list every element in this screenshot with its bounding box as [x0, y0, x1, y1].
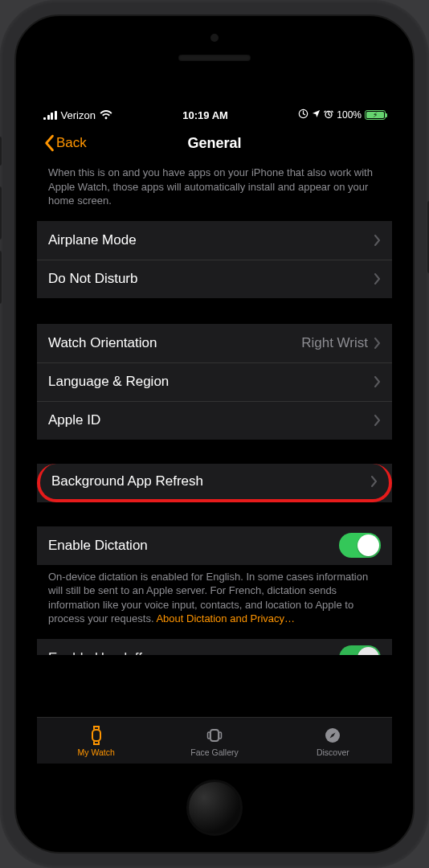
row-detail: Right Wrist	[301, 335, 368, 351]
enable-handoff-toggle[interactable]	[339, 645, 381, 655]
mute-switch	[0, 137, 2, 166]
earpiece-speaker	[178, 55, 251, 61]
chevron-right-icon	[374, 376, 381, 387]
cell-signal-icon	[43, 111, 57, 120]
watch-icon	[88, 725, 104, 746]
settings-group: Watch Orientation Right Wrist Language &…	[37, 324, 392, 440]
settings-group: Enable Dictation	[37, 526, 392, 565]
battery-percent: 100%	[337, 109, 362, 121]
volume-down-button	[0, 251, 2, 304]
enable-handoff-row: Enable Handoff	[37, 639, 392, 655]
row-label: Language & Region	[48, 374, 374, 390]
chevron-right-icon	[374, 273, 381, 285]
row-label: Background App Refresh	[51, 473, 371, 489]
row-label: Enable Handoff	[48, 650, 339, 655]
chevron-right-icon	[374, 415, 381, 426]
airplane-mode-row[interactable]: Airplane Mode	[37, 221, 392, 260]
svg-rect-3	[210, 730, 219, 741]
carrier-label: Verizon	[61, 109, 96, 121]
settings-group: Enable Handoff	[37, 639, 392, 655]
chevron-left-icon	[43, 134, 55, 152]
charging-bolt-icon: ⚡︎	[373, 112, 378, 119]
enable-dictation-toggle[interactable]	[339, 533, 381, 558]
row-label: Watch Orientation	[48, 335, 301, 351]
row-label: Airplane Mode	[48, 232, 374, 248]
location-icon	[312, 109, 321, 121]
status-time: 10:19 AM	[182, 109, 228, 121]
nav-bar: Back General	[37, 125, 392, 161]
tab-label: My Watch	[78, 747, 115, 757]
face-gallery-icon	[206, 725, 223, 746]
tab-bar: My Watch Face Gallery Discover	[37, 717, 392, 764]
chevron-right-icon	[371, 476, 378, 487]
wifi-icon	[100, 110, 112, 120]
row-label: Enable Dictation	[48, 538, 339, 554]
settings-content[interactable]: When this is on and you have apps on you…	[37, 161, 392, 717]
home-button[interactable]	[186, 780, 243, 836]
tab-label: Discover	[317, 747, 349, 757]
background-app-refresh-row[interactable]: Background App Refresh	[37, 464, 392, 502]
tab-my-watch[interactable]: My Watch	[37, 718, 155, 764]
dictation-footer: On-device dictation is enabled for Engli…	[37, 565, 392, 639]
apple-id-row[interactable]: Apple ID	[37, 401, 392, 440]
dictation-privacy-link[interactable]: About Dictation and Privacy…	[156, 612, 295, 624]
settings-group: Airplane Mode Do Not Disturb	[37, 221, 392, 298]
compass-icon	[324, 725, 341, 746]
front-camera	[210, 34, 219, 42]
chevron-right-icon	[374, 338, 381, 349]
enable-dictation-row: Enable Dictation	[37, 526, 392, 565]
page-title: General	[37, 135, 392, 152]
tab-discover[interactable]: Discover	[274, 718, 392, 764]
svg-rect-5	[219, 732, 221, 739]
phone-frame: Verizon 10:19 AM 100%	[0, 0, 429, 868]
settings-group: Background App Refresh	[37, 464, 392, 502]
screen: Verizon 10:19 AM 100%	[37, 104, 392, 764]
section-footer-text: When this is on and you have apps on you…	[37, 161, 392, 221]
do-not-disturb-row[interactable]: Do Not Disturb	[37, 260, 392, 298]
svg-rect-2	[92, 730, 100, 741]
tab-face-gallery[interactable]: Face Gallery	[155, 718, 273, 764]
tab-label: Face Gallery	[190, 747, 239, 757]
watch-orientation-row[interactable]: Watch Orientation Right Wrist	[37, 324, 392, 362]
chevron-right-icon	[374, 235, 381, 246]
status-bar: Verizon 10:19 AM 100%	[37, 104, 392, 125]
back-button[interactable]: Back	[43, 134, 87, 152]
alarm-icon	[324, 109, 333, 121]
row-label: Do Not Disturb	[48, 271, 374, 287]
phone-bezel: Verizon 10:19 AM 100%	[14, 14, 415, 854]
back-label: Back	[56, 135, 87, 151]
volume-up-button	[0, 186, 2, 240]
language-region-row[interactable]: Language & Region	[37, 362, 392, 401]
svg-rect-4	[207, 732, 210, 739]
rotation-lock-icon	[298, 108, 308, 121]
row-label: Apple ID	[48, 412, 374, 428]
battery-icon: ⚡︎	[365, 110, 386, 120]
